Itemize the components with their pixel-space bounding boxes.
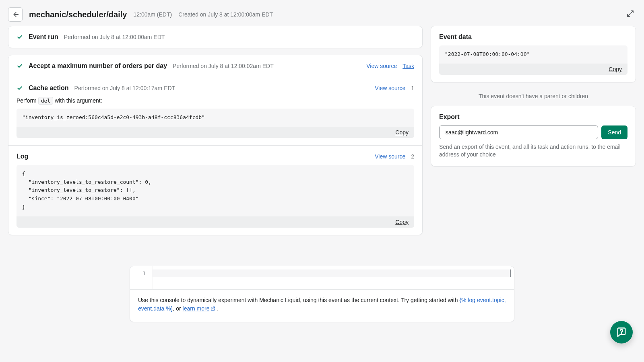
editor-active-line [153, 269, 510, 277]
check-icon [17, 34, 23, 40]
back-button[interactable] [8, 7, 23, 22]
console-gutter: 1 [130, 266, 153, 289]
header-time: 12:00am (EDT) [133, 11, 172, 18]
liquid-console: 1 Use this console to dynamically experi… [130, 266, 514, 322]
learn-more-label: learn more [183, 305, 210, 312]
log-copy-button[interactable]: Copy [395, 219, 409, 225]
event-run-card: Event run Performed on July 8 at 12:00:0… [8, 26, 423, 48]
perform-prefix: Perform [17, 97, 38, 104]
cache-action-title: Cache action [29, 84, 69, 92]
log-count: 2 [411, 153, 414, 160]
console-help-text: Use this console to dynamically experime… [130, 290, 514, 322]
log-block: { "inventory_levels_to_restore_count": 0… [17, 165, 414, 228]
external-link-icon [210, 305, 215, 314]
event-data-value: "2022-07-08T00:00:00-04:00" [439, 45, 627, 64]
task-performed: Performed on July 8 at 12:00:02am EDT [173, 63, 274, 69]
perform-suffix: with this argument: [53, 97, 102, 104]
parent-children-note: This event doesn't have a parent or chil… [431, 89, 636, 106]
expand-icon [626, 10, 634, 18]
log-title: Log [17, 153, 28, 160]
export-card: Export Send Send an export of this event… [431, 106, 636, 167]
export-heading: Export [439, 113, 627, 121]
log-body: { "inventory_levels_to_restore_count": 0… [17, 165, 414, 216]
check-icon [17, 85, 23, 91]
event-data-copy-button[interactable]: Copy [609, 66, 622, 72]
expand-button[interactable] [626, 10, 636, 19]
event-run-title: Event run [29, 33, 58, 41]
task-link[interactable]: Task [402, 63, 414, 69]
header-created: Created on July 8 at 12:00:00am EDT [178, 11, 273, 18]
cache-action-performed: Performed on July 8 at 12:00:17am EDT [74, 85, 175, 91]
export-send-button[interactable]: Send [601, 125, 627, 139]
task-run-card: Accept a maximum number of orders per da… [8, 55, 423, 235]
export-email-input[interactable] [439, 125, 598, 139]
export-help-text: Send an export of this event, and all it… [439, 143, 627, 159]
editor-cursor [510, 269, 511, 277]
page-title: mechanic/scheduler/daily [29, 10, 127, 19]
cache-view-source-link[interactable]: View source [375, 85, 405, 91]
log-view-source-link[interactable]: View source [375, 153, 405, 160]
svg-point-0 [621, 333, 621, 333]
cache-argument-value: "inventory_is_zeroed:560c4a5d-e2c0-493b-… [17, 109, 414, 127]
learn-more-link[interactable]: learn more [183, 305, 216, 312]
help-fab[interactable] [610, 321, 633, 343]
cache-count: 1 [411, 85, 414, 91]
arrow-left-icon [12, 11, 19, 18]
event-data-card: Event data "2022-07-08T00:00:00-04:00" C… [431, 26, 636, 82]
task-view-source-link[interactable]: View source [366, 63, 397, 69]
cache-copy-button[interactable]: Copy [395, 129, 409, 136]
cache-perform-text: Perform del with this argument: [17, 97, 414, 104]
cache-argument-block: "inventory_is_zeroed:560c4a5d-e2c0-493b-… [17, 109, 414, 138]
event-data-heading: Event data [439, 33, 627, 41]
console-mid: , or [173, 305, 182, 312]
console-suffix: . [215, 305, 219, 312]
perform-cmd: del [38, 97, 53, 105]
check-icon [17, 63, 23, 69]
event-data-block: "2022-07-08T00:00:00-04:00" Copy [439, 45, 627, 75]
console-editor[interactable]: 1 [130, 266, 514, 290]
task-title: Accept a maximum number of orders per da… [29, 62, 167, 70]
event-run-performed: Performed on July 8 at 12:00:00am EDT [64, 34, 165, 40]
chat-help-icon [616, 327, 627, 338]
console-help-pre: Use this console to dynamically experime… [138, 297, 459, 303]
line-number: 1 [142, 270, 146, 276]
